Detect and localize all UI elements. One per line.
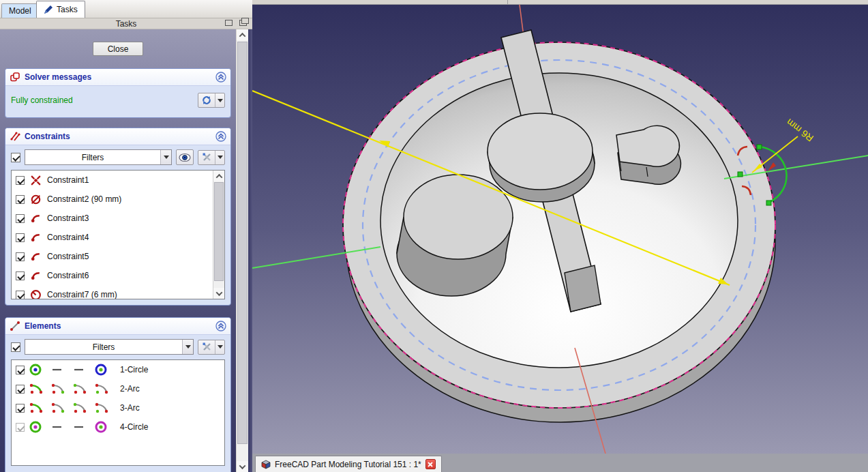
task-panel-scrollbar[interactable]: [237, 29, 248, 472]
dash-icon: [50, 420, 64, 434]
arc-edge-icon: [29, 383, 44, 395]
constraint-row[interactable]: Constraint2 (90 mm): [12, 190, 224, 209]
3d-viewport[interactable]: R6 mm FreeCAD Part Modeling Tutorial 151…: [252, 0, 868, 472]
scroll-down-icon[interactable]: [237, 461, 248, 472]
element-row[interactable]: 3-Arc: [12, 398, 224, 417]
tab-tasks[interactable]: Tasks: [36, 1, 85, 18]
constraints-check-all[interactable]: [11, 153, 20, 162]
solver-messages-section: Solver messages Fully constrained: [5, 68, 231, 118]
tangent-constraint-icon: [30, 232, 42, 244]
elements-settings-dropdown[interactable]: [215, 340, 224, 354]
constraint-row[interactable]: Constraint6: [12, 266, 224, 285]
freecad-document-icon: [261, 460, 271, 469]
constraint-label: Constraint7 (6 mm): [47, 290, 117, 299]
handle-bar-end: [565, 265, 601, 312]
close-icon: [428, 462, 433, 467]
constraint-row[interactable]: Constraint1: [12, 171, 224, 190]
constraint-checkbox[interactable]: [16, 291, 25, 299]
scrollbar-thumb[interactable]: [214, 182, 224, 281]
show-hide-constraints-button[interactable]: [176, 149, 194, 165]
constraints-section: Constraints Filters: [5, 128, 231, 306]
toolbar-edge: [252, 0, 868, 5]
elements-section: Elements Filters: [5, 317, 231, 472]
solver-messages-icon: [10, 72, 20, 83]
constraint-row[interactable]: Constraint4: [12, 228, 224, 247]
constraints-title: Constraints: [25, 132, 211, 141]
scroll-up-icon[interactable]: [213, 171, 224, 181]
constraint-row[interactable]: Constraint3: [12, 209, 224, 228]
constraints-settings-split-button[interactable]: [198, 150, 225, 165]
elements-settings-split-button[interactable]: [198, 340, 225, 355]
boss-top: [488, 113, 593, 190]
tangent-constraint-icon: [30, 270, 42, 282]
scroll-down-icon[interactable]: [213, 288, 224, 299]
dash-icon: [50, 363, 64, 377]
element-checkbox[interactable]: [16, 423, 25, 432]
elements-title: Elements: [25, 321, 211, 331]
element-checkbox[interactable]: [16, 404, 25, 413]
element-row[interactable]: 1-Circle: [12, 360, 224, 379]
element-label: 4-Circle: [120, 422, 148, 432]
tab-tasks-label: Tasks: [57, 5, 78, 14]
collapse-chevron-icon[interactable]: [215, 321, 226, 331]
eye-icon: [179, 153, 191, 162]
circle-center-icon: [94, 420, 108, 434]
collapse-chevron-icon[interactable]: [215, 72, 226, 83]
refresh-icon: [201, 95, 212, 106]
constraint-checkbox[interactable]: [16, 195, 25, 204]
constraints-filter-combobox[interactable]: Filters: [25, 149, 172, 165]
arc-end-icon: [72, 383, 87, 395]
constraint-checkbox[interactable]: [16, 176, 25, 185]
viewport-canvas[interactable]: R6 mm: [252, 5, 868, 454]
constraint-label: Constraint3: [47, 213, 89, 223]
tab-model-label: Model: [9, 6, 31, 16]
constraint-label: Constraint4: [47, 233, 89, 242]
arc-endpoint: [766, 201, 771, 205]
elements-check-all[interactable]: [11, 342, 20, 352]
collapse-chevron-icon[interactable]: [215, 131, 226, 142]
task-panel: Model Tasks Tasks Close Solver messages: [0, 0, 252, 472]
coincident-constraint-icon: [30, 175, 42, 186]
diameter-constraint-icon: [30, 194, 42, 205]
constraints-list-scrollbar[interactable]: [213, 171, 224, 299]
constraint-checkbox[interactable]: [16, 271, 25, 280]
elements-icon: [10, 321, 20, 331]
combobox-arrow-icon: [160, 150, 171, 164]
refresh-dropdown[interactable]: [215, 93, 224, 107]
constraints-settings-dropdown[interactable]: [215, 151, 224, 164]
combobox-arrow-icon: [182, 340, 193, 354]
constraints-list: Constraint1 Constraint2 (90 mm): [11, 170, 225, 299]
scroll-up-icon[interactable]: [237, 29, 248, 40]
elements-filter-combobox[interactable]: Filters: [25, 339, 194, 355]
tab-model[interactable]: Model: [1, 3, 39, 18]
element-checkbox[interactable]: [16, 366, 25, 374]
task-panel-body: Close Solver messages Fully constrained: [0, 29, 236, 472]
constraint-row[interactable]: Constraint7 (6 mm): [12, 285, 224, 299]
panel-title: Tasks: [116, 19, 137, 29]
arc-center-point: [738, 172, 743, 177]
settings-wand-icon: [202, 342, 212, 352]
element-label: 1-Circle: [120, 365, 148, 374]
scrollbar-thumb[interactable]: [237, 42, 248, 444]
tangent-constraint-icon: [30, 213, 42, 224]
circle-edge-icon: [29, 363, 42, 377]
constraint-checkbox[interactable]: [16, 252, 25, 261]
refresh-split-button[interactable]: [198, 93, 225, 108]
constraint-label: Constraint2 (90 mm): [47, 194, 121, 204]
element-checkbox[interactable]: [16, 385, 25, 394]
constraint-checkbox[interactable]: [16, 214, 25, 223]
constraint-checkbox[interactable]: [16, 233, 25, 242]
close-button[interactable]: Close: [93, 42, 143, 56]
dock-icon[interactable]: [225, 20, 233, 26]
document-tab[interactable]: FreeCAD Part Modeling Tutorial 151 : 1*: [255, 456, 442, 472]
element-row[interactable]: 2-Arc: [12, 379, 224, 398]
document-tab-label: FreeCAD Part Modeling Tutorial 151 : 1*: [275, 460, 421, 469]
arc-endpoint: [757, 145, 762, 149]
float-icon[interactable]: [239, 20, 247, 26]
constraints-filter-value: Filters: [25, 153, 160, 162]
element-row[interactable]: 4-Circle: [12, 417, 224, 437]
constraint-row[interactable]: Constraint5: [12, 247, 224, 266]
arc-center-icon: [94, 383, 109, 395]
document-close-button[interactable]: [425, 459, 436, 469]
solver-messages-title: Solver messages: [25, 72, 211, 82]
